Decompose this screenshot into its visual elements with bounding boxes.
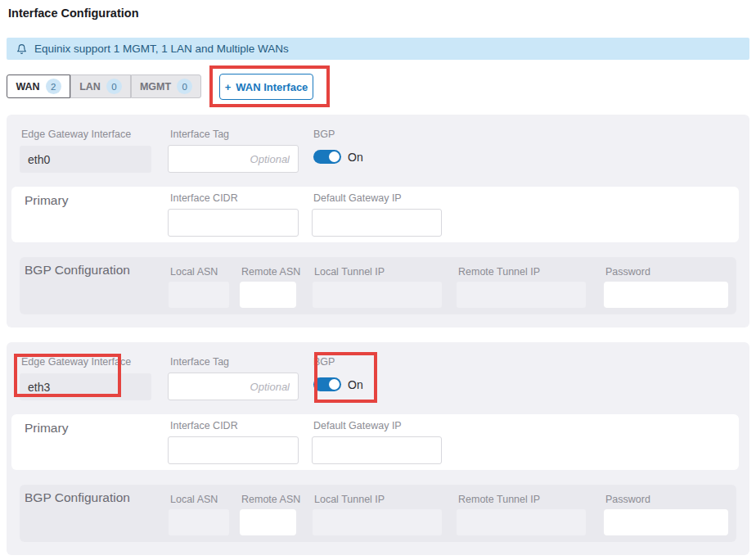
remote-asn-label: Remote ASN (241, 494, 300, 505)
local-asn-value (169, 509, 229, 535)
local-asn-label: Local ASN (170, 494, 218, 505)
interface-tag-input[interactable] (168, 145, 299, 173)
bgp-label: BGP (313, 129, 335, 140)
remote-asn-input[interactable] (240, 509, 296, 535)
tab-wan-count-badge: 2 (46, 79, 61, 94)
local-asn-value (169, 282, 229, 308)
remote-tunnel-ip-label: Remote Tunnel IP (458, 494, 540, 505)
tab-mgmt-count-badge: 0 (177, 79, 192, 94)
local-tunnel-ip-value (313, 509, 442, 535)
default-gateway-ip-label: Default Gateway IP (313, 420, 402, 431)
remote-asn-label: Remote ASN (241, 266, 300, 278)
page-title: Interface Configuration (8, 7, 139, 20)
tab-lan[interactable]: LAN 0 (70, 75, 131, 98)
remote-tunnel-ip-label: Remote Tunnel IP (458, 266, 540, 278)
tab-wan-label: WAN (16, 81, 39, 93)
bgp-label: BGP (313, 356, 335, 368)
interface-tag-label: Interface Tag (170, 129, 229, 140)
interface-cidr-input[interactable] (168, 209, 299, 237)
bgp-toggle[interactable] (313, 150, 341, 164)
tab-mgmt[interactable]: MGMT 0 (131, 75, 201, 98)
bgp-configuration-title: BGP Configuration (25, 490, 130, 505)
edge-gateway-interface-value: eth0 (20, 146, 151, 173)
add-wan-interface-label: WAN Interface (236, 81, 308, 93)
default-gateway-ip-input[interactable] (312, 209, 442, 237)
bgp-configuration-title: BGP Configuration (25, 263, 130, 278)
banner-text: Equinix support 1 MGMT, 1 LAN and Multip… (34, 43, 289, 55)
password-label: Password (605, 494, 650, 505)
add-wan-interface-button[interactable]: + WAN Interface (219, 74, 313, 100)
password-label: Password (605, 266, 650, 278)
edge-gateway-interface-label: Edge Gateway Interface (21, 356, 131, 368)
edge-gateway-interface-label: Edge Gateway Interface (21, 129, 131, 140)
interface-tag-input[interactable] (168, 373, 299, 400)
plus-icon: + (225, 81, 232, 93)
wan-interface-card-eth3: Edge Gateway Interface eth3 Interface Ta… (7, 342, 749, 555)
tab-mgmt-label: MGMT (140, 81, 171, 93)
interface-cidr-input[interactable] (168, 436, 299, 464)
primary-title: Primary (25, 193, 68, 208)
local-tunnel-ip-value (313, 282, 442, 308)
remote-tunnel-ip-value (457, 509, 586, 535)
toggle-knob (329, 379, 340, 390)
default-gateway-ip-input[interactable] (312, 436, 442, 464)
interface-tabs: WAN 2 LAN 0 MGMT 0 (7, 75, 201, 98)
toggle-knob (329, 151, 340, 162)
interface-cidr-label: Interface CIDR (170, 420, 238, 431)
local-tunnel-ip-label: Local Tunnel IP (314, 494, 385, 505)
tab-wan[interactable]: WAN 2 (7, 75, 70, 98)
wan-interface-card-eth0: Edge Gateway Interface eth0 Interface Ta… (7, 115, 749, 327)
bgp-toggle[interactable] (313, 377, 341, 391)
interface-tag-label: Interface Tag (170, 356, 229, 368)
bgp-toggle-state: On (348, 151, 363, 164)
remote-asn-input[interactable] (240, 282, 296, 308)
edge-gateway-interface-value: eth3 (20, 373, 151, 400)
local-tunnel-ip-label: Local Tunnel IP (314, 266, 385, 278)
password-input[interactable] (604, 509, 728, 535)
remote-tunnel-ip-value (457, 282, 586, 308)
local-asn-label: Local ASN (170, 266, 218, 278)
info-banner: Equinix support 1 MGMT, 1 LAN and Multip… (7, 38, 749, 60)
tab-lan-count-badge: 0 (106, 79, 122, 94)
tab-lan-label: LAN (79, 81, 101, 93)
password-input[interactable] (604, 282, 728, 308)
interface-cidr-label: Interface CIDR (170, 192, 238, 204)
primary-title: Primary (25, 421, 68, 436)
bgp-toggle-state: On (348, 378, 363, 391)
default-gateway-ip-label: Default Gateway IP (313, 192, 402, 204)
bell-icon (16, 43, 27, 55)
